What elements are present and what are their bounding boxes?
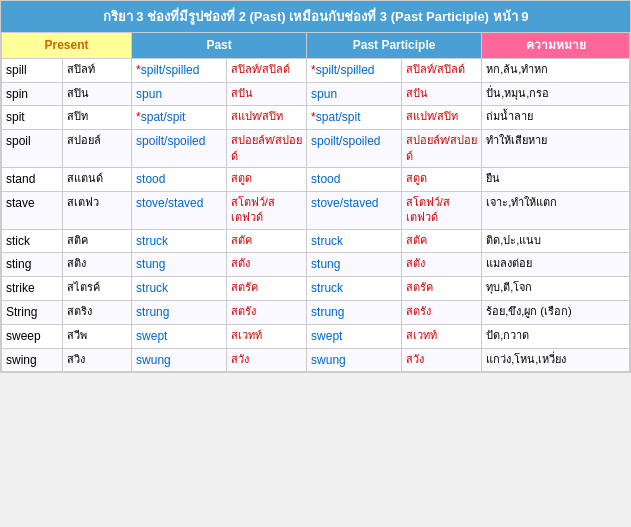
pp-en: spoilt/spoiled: [307, 130, 402, 168]
pp-en: stove/staved: [307, 191, 402, 229]
present-en: spin: [2, 82, 63, 106]
present-en: spit: [2, 106, 63, 130]
meaning: หก,ล้น,ทำหก: [482, 58, 630, 82]
pp-th: สตูด: [401, 167, 481, 191]
past-en: swept: [132, 324, 227, 348]
table-row: strikeสไตรค์struckสตรัคstruckสตรัคทุบ,ตี…: [2, 277, 630, 301]
present-th: สตริง: [63, 300, 132, 324]
present-en: swing: [2, 348, 63, 372]
past-en: strung: [132, 300, 227, 324]
present-th: สปอยล์: [63, 130, 132, 168]
past-th: สตัง: [226, 253, 306, 277]
verb-table: Present Past Past Participle ความหมาย sp…: [1, 32, 630, 372]
present-th: สเตฟว: [63, 191, 132, 229]
past-th: สโตฟว์/สเตฟวด์: [226, 191, 306, 229]
table-row: Stringสตริงstrungสตรังstrungสตรังร้อย,ขึ…: [2, 300, 630, 324]
page-title: กริยา 3 ช่องที่มีรูปช่องที่ 2 (Past) เหม…: [1, 1, 630, 32]
pp-th: สปัน: [401, 82, 481, 106]
table-row: stingสติงstungสตังstungสตังแมลงต่อย: [2, 253, 630, 277]
pp-th: สวัง: [401, 348, 481, 372]
meaning: เจาะ,ทำให้แตก: [482, 191, 630, 229]
table-row: sweepสวีพsweptสเวทท์sweptสเวทท์ปัด,กวาด: [2, 324, 630, 348]
header-present: Present: [2, 33, 132, 59]
past-th: สตรัค: [226, 277, 306, 301]
past-th: สปัน: [226, 82, 306, 106]
pp-th: สตรัง: [401, 300, 481, 324]
present-en: String: [2, 300, 63, 324]
pp-en: stung: [307, 253, 402, 277]
present-th: สไตรค์: [63, 277, 132, 301]
meaning: ถ่มน้ำลาย: [482, 106, 630, 130]
past-en: stung: [132, 253, 227, 277]
past-th: สปอยล์ท/สปอยด์: [226, 130, 306, 168]
past-th: สเวทท์: [226, 324, 306, 348]
pp-th: สแปท/สปิท: [401, 106, 481, 130]
past-th: สวัง: [226, 348, 306, 372]
meaning: ทำให้เสียหาย: [482, 130, 630, 168]
present-th: สแตนด์: [63, 167, 132, 191]
present-th: สวีพ: [63, 324, 132, 348]
meaning: ร้อย,ขึง,ผูก (เรือก): [482, 300, 630, 324]
table-header: Present Past Past Participle ความหมาย: [2, 33, 630, 59]
past-en: stove/staved: [132, 191, 227, 229]
present-en: sweep: [2, 324, 63, 348]
meaning: ปั่น,หมุน,กรอ: [482, 82, 630, 106]
table-body: spillสปิลท์*spilt/spilledสปิลท์/สปิลด์*s…: [2, 58, 630, 372]
past-en: stood: [132, 167, 227, 191]
past-th: สปิลท์/สปิลด์: [226, 58, 306, 82]
past-en: *spilt/spilled: [132, 58, 227, 82]
past-en: swung: [132, 348, 227, 372]
present-th: สวิง: [63, 348, 132, 372]
past-en: struck: [132, 277, 227, 301]
present-th: สปิน: [63, 82, 132, 106]
present-en: strike: [2, 277, 63, 301]
past-en: spoilt/spoiled: [132, 130, 227, 168]
meaning: ปัด,กวาด: [482, 324, 630, 348]
pp-en: *spat/spit: [307, 106, 402, 130]
pp-en: swung: [307, 348, 402, 372]
pp-th: สตัค: [401, 229, 481, 253]
meaning: ทุบ,ตี,โจก: [482, 277, 630, 301]
past-th: สแปท/สปิท: [226, 106, 306, 130]
table-row: swingสวิงswungสวังswungสวังแกว่ง,โหน,เหว…: [2, 348, 630, 372]
pp-en: *spilt/spilled: [307, 58, 402, 82]
past-th: สตรัง: [226, 300, 306, 324]
present-en: stick: [2, 229, 63, 253]
pp-th: สปอยล์ท/สปอยด์: [401, 130, 481, 168]
pp-th: สโตฟว์/สเตฟวด์: [401, 191, 481, 229]
header-pp: Past Participle: [307, 33, 482, 59]
present-en: stand: [2, 167, 63, 191]
pp-th: สปิลท์/สปิลด์: [401, 58, 481, 82]
past-th: สตูด: [226, 167, 306, 191]
meaning: แมลงต่อย: [482, 253, 630, 277]
table-row: spitสปิท*spat/spitสแปท/สปิท*spat/spitสแป…: [2, 106, 630, 130]
table-row: standสแตนด์stoodสตูดstoodสตูดยืน: [2, 167, 630, 191]
pp-en: spun: [307, 82, 402, 106]
past-en: spun: [132, 82, 227, 106]
meaning: ยืน: [482, 167, 630, 191]
table-row: spoilสปอยล์spoilt/spoiledสปอยล์ท/สปอยด์s…: [2, 130, 630, 168]
table-row: stickสติคstruckสตัคstruckสตัคติด,ปะ,แนบ: [2, 229, 630, 253]
meaning: แกว่ง,โหน,เหวี่ยง: [482, 348, 630, 372]
present-en: spoil: [2, 130, 63, 168]
meaning: ติด,ปะ,แนบ: [482, 229, 630, 253]
header-meaning: ความหมาย: [482, 33, 630, 59]
pp-en: struck: [307, 277, 402, 301]
present-th: สติค: [63, 229, 132, 253]
present-th: สปิท: [63, 106, 132, 130]
pp-en: struck: [307, 229, 402, 253]
table-row: spinสปินspunสปันspunสปันปั่น,หมุน,กรอ: [2, 82, 630, 106]
present-en: sting: [2, 253, 63, 277]
pp-en: swept: [307, 324, 402, 348]
pp-th: สเวทท์: [401, 324, 481, 348]
past-en: struck: [132, 229, 227, 253]
main-container: กริยา 3 ช่องที่มีรูปช่องที่ 2 (Past) เหม…: [0, 0, 631, 373]
pp-th: สตัง: [401, 253, 481, 277]
pp-th: สตรัค: [401, 277, 481, 301]
header-past: Past: [132, 33, 307, 59]
present-th: สติง: [63, 253, 132, 277]
present-th: สปิลท์: [63, 58, 132, 82]
table-row: spillสปิลท์*spilt/spilledสปิลท์/สปิลด์*s…: [2, 58, 630, 82]
table-row: staveสเตฟวstove/stavedสโตฟว์/สเตฟวด์stov…: [2, 191, 630, 229]
pp-en: strung: [307, 300, 402, 324]
